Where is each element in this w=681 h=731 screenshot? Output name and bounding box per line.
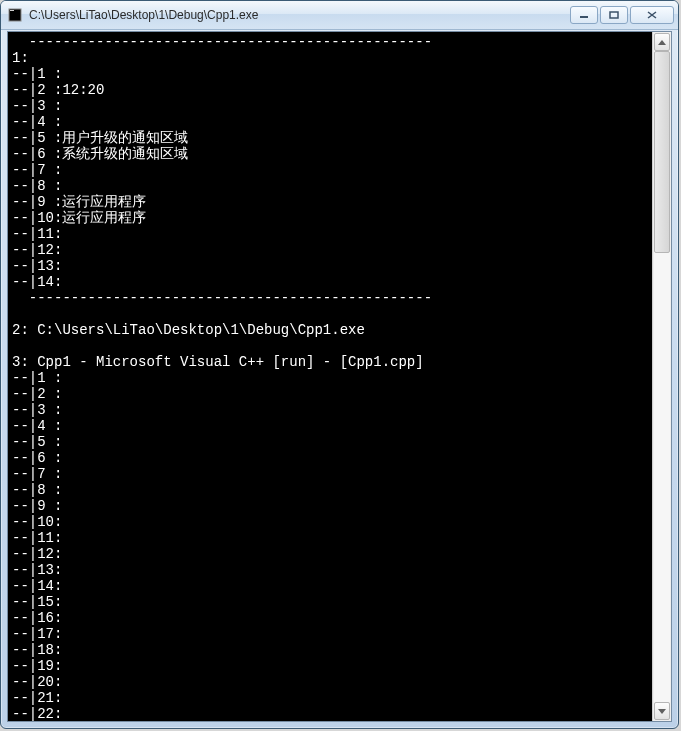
console-output: ----------------------------------------… xyxy=(8,32,651,721)
minimize-button[interactable] xyxy=(570,6,598,24)
close-button[interactable] xyxy=(630,6,674,24)
titlebar[interactable]: C:\Users\LiTao\Desktop\1\Debug\Cpp1.exe xyxy=(1,1,678,30)
svg-rect-3 xyxy=(610,12,618,18)
scroll-thumb[interactable] xyxy=(654,51,670,253)
client-area: ----------------------------------------… xyxy=(7,31,672,722)
maximize-button[interactable] xyxy=(600,6,628,24)
scroll-up-button[interactable] xyxy=(654,33,670,51)
scroll-down-button[interactable] xyxy=(654,702,670,720)
svg-rect-2 xyxy=(580,16,588,18)
svg-rect-1 xyxy=(10,10,14,11)
window-buttons xyxy=(570,6,674,24)
vertical-scrollbar[interactable] xyxy=(652,32,671,721)
app-icon xyxy=(7,7,23,23)
window-title: C:\Users\LiTao\Desktop\1\Debug\Cpp1.exe xyxy=(29,8,570,22)
app-window: C:\Users\LiTao\Desktop\1\Debug\Cpp1.exe … xyxy=(0,0,679,729)
